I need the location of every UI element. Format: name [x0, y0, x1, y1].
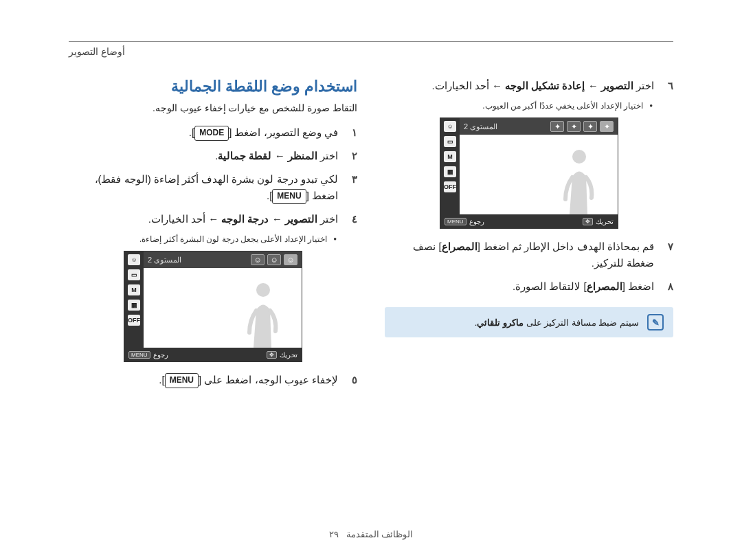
- step-4-note: اختيار الإعداد الأعلى يجعل درجة لون البش…: [69, 234, 337, 244]
- step-num: ٦: [661, 78, 673, 94]
- note-bold: ماكرو تلقائي: [477, 317, 524, 328]
- step-4: ٤ اختر التصوير ← درجة الوجه ← أحد الخيار…: [69, 211, 357, 227]
- side-icon: M: [128, 284, 140, 295]
- steps-left-cont: ٧ قم بمحاذاة الهدف داخل الإطار ثم اضغط […: [385, 238, 673, 295]
- tab-icon: ✦: [567, 121, 581, 132]
- side-icon: ▦: [444, 166, 456, 177]
- dpad-icon: ✥: [267, 351, 277, 359]
- step-text: لإخفاء عيوب الوجه، اضغط على [: [199, 374, 338, 385]
- intro-text: التقاط صورة للشخص مع خيارات إخفاء عيوب ا…: [69, 102, 357, 113]
- screen-topbar: ☺ ☺ ☺ المستوى 2: [144, 251, 302, 268]
- menu-mini-button: MENU: [445, 218, 466, 225]
- step-text: اضغط [: [306, 190, 338, 201]
- move-label: تحريك: [596, 218, 614, 225]
- side-icon: ▭: [444, 136, 456, 147]
- tab-icon: ☺: [284, 254, 297, 265]
- step-bold: لقطة جمالية: [218, 150, 271, 161]
- move-label: تحريك: [280, 351, 297, 359]
- tab-icon: ✦: [550, 121, 564, 132]
- step-bold: درجة الوجه: [221, 213, 269, 225]
- info-note: ✎ سيتم ضبط مسافة التركيز على ماكرو تلقائ…: [385, 307, 673, 337]
- step-text: ].: [267, 190, 272, 201]
- side-icon: OFF: [128, 315, 140, 326]
- level-label: المستوى 2: [464, 122, 497, 131]
- back-label: رجوع: [469, 218, 484, 225]
- footer-page: ٢٩: [329, 529, 339, 539]
- step-2: ٢ اختر المنظر ← لقطة جمالية.: [69, 148, 357, 164]
- footer-label: الوظائف المتقدمة: [346, 529, 414, 539]
- side-icon: M: [444, 151, 456, 162]
- tab-icon: ✦: [583, 121, 597, 132]
- menu-mini-button: MENU: [128, 351, 150, 359]
- step-bold: المنظر: [288, 150, 317, 161]
- tab-icon: ☺: [251, 254, 265, 265]
- svg-point-0: [256, 283, 270, 297]
- step-num: ١: [345, 124, 357, 141]
- step-text: ] لالتقاط الصورة.: [513, 280, 587, 292]
- camera-screen-right: ☺ ▭ M ▦ OFF ☺ ☺ ☺ المستوى 2: [124, 251, 302, 362]
- step-num: ٤: [345, 211, 357, 227]
- screen-bottombar: تحريك✥ رجوعMENU: [440, 214, 618, 228]
- header-section: أوضاع التصوير: [69, 46, 673, 57]
- step-6: ٦ اختر التصوير ← إعادة تشكيل الوجه ← أحد…: [385, 78, 673, 94]
- step-num: ٨: [661, 278, 673, 295]
- step-text: اختر: [317, 213, 338, 225]
- menu-button: MENU: [165, 373, 199, 388]
- person-silhouette-icon: [556, 146, 597, 214]
- step-5: ٥ لإخفاء عيوب الوجه، اضغط على [MENU].: [69, 372, 357, 388]
- tab-icon: ☺: [267, 254, 281, 265]
- step-text: اختر: [633, 80, 654, 91]
- step-num: ٣: [345, 171, 357, 188]
- step-text: اضغط [: [622, 280, 654, 292]
- note-text: سيتم ضبط مسافة التركيز على ماكرو تلقائي.: [475, 317, 639, 328]
- step-bold: المصراع: [442, 240, 477, 252]
- side-icon: ▭: [128, 269, 140, 280]
- step-bold: التصوير: [285, 213, 317, 225]
- back-label: رجوع: [153, 351, 168, 359]
- page-footer: الوظائف المتقدمة ٢٩: [0, 529, 742, 539]
- steps-right: ١ في وضع التصوير، اضغط [MODE]. ٢ اختر ال…: [69, 124, 357, 227]
- step-text: لكي تبدو درجة لون بشرة الهدف أكثر إضاءة …: [95, 173, 339, 185]
- note-text-part: سيتم ضبط مسافة التركيز على: [524, 317, 639, 328]
- step-text: اختر: [317, 150, 338, 161]
- step-bold: إعادة تشكيل الوجه: [505, 80, 585, 91]
- step-7: ٧ قم بمحاذاة الهدف داخل الإطار ثم اضغط […: [385, 238, 673, 271]
- screen-side-icons: ☺ ▭ M ▦ OFF: [124, 251, 144, 348]
- step-text: ← أحد الخيارات.: [148, 213, 222, 225]
- steps-left: ٦ اختر التصوير ← إعادة تشكيل الوجه ← أحد…: [385, 78, 673, 94]
- steps-right-cont: ٥ لإخفاء عيوب الوجه، اضغط على [MENU].: [69, 372, 357, 388]
- step-8: ٨ اضغط [المصراع] لالتقاط الصورة.: [385, 278, 673, 295]
- step-text: ←: [271, 150, 287, 161]
- dpad-icon: ✥: [583, 218, 593, 225]
- step-3: ٣ لكي تبدو درجة لون بشرة الهدف أكثر إضاء…: [69, 171, 357, 204]
- right-column: استخدام وضع اللقطة الجمالية التقاط صورة …: [69, 78, 357, 395]
- tab-icon: ✦: [600, 121, 614, 132]
- screen-side-icons: ☺ ▭ M ▦ OFF: [440, 118, 460, 214]
- step-text: ←: [585, 80, 600, 91]
- step-1: ١ في وضع التصوير، اضغط [MODE].: [69, 124, 357, 141]
- step-text: ].: [159, 374, 164, 385]
- person-silhouette-icon: [240, 279, 281, 348]
- step-num: ٧: [661, 238, 673, 255]
- screen-bottombar: تحريك✥ رجوعMENU: [124, 348, 302, 361]
- content-columns: استخدام وضع اللقطة الجمالية التقاط صورة …: [69, 78, 673, 395]
- step-text: في وضع التصوير، اضغط [: [229, 126, 338, 138]
- step-text: ← أحد الخيارات.: [431, 80, 505, 91]
- header-rule: [69, 41, 673, 42]
- step-num: ٢: [345, 148, 357, 164]
- step-text: قم بمحاذاة الهدف داخل الإطار ثم اضغط [: [477, 240, 654, 252]
- side-icon: ☺: [444, 121, 456, 132]
- menu-button: MENU: [272, 189, 306, 203]
- step-bold: التصوير: [601, 80, 633, 91]
- left-column: ٦ اختر التصوير ← إعادة تشكيل الوجه ← أحد…: [385, 78, 673, 395]
- camera-screen-left: ☺ ▭ M ▦ OFF ✦ ✦ ✦ ✦ المستوى 2: [440, 117, 618, 229]
- step-text: ].: [189, 126, 194, 138]
- step-bold: المصراع: [587, 280, 622, 292]
- step-num: ٥: [345, 372, 357, 388]
- svg-point-1: [572, 150, 586, 164]
- screen-topbar: ✦ ✦ ✦ ✦ المستوى 2: [460, 118, 618, 135]
- info-icon: ✎: [647, 314, 664, 331]
- page-title: استخدام وضع اللقطة الجمالية: [69, 78, 357, 96]
- side-icon: OFF: [444, 181, 456, 192]
- side-icon: ☺: [128, 254, 140, 265]
